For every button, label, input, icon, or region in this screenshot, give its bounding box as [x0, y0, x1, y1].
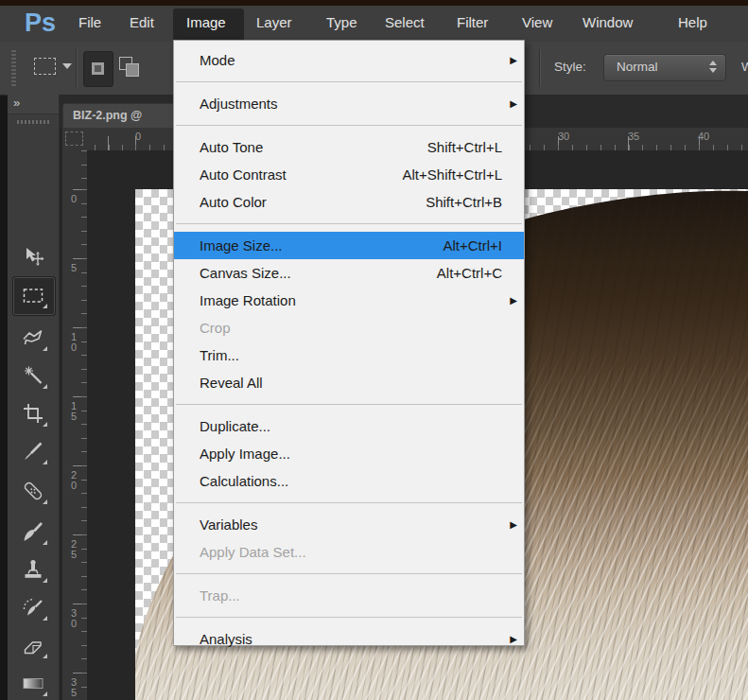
menu-file[interactable]: File — [78, 14, 101, 30]
menu-help[interactable]: Help — [678, 14, 707, 30]
menu-view[interactable]: View — [522, 14, 552, 30]
menu-item-duplicate[interactable]: Duplicate... — [174, 412, 524, 440]
menu-item-apply-data-set: Apply Data Set... — [174, 538, 524, 566]
menu-item-apply-image[interactable]: Apply Image... — [174, 440, 524, 467]
menu-layer[interactable]: Layer — [256, 14, 292, 30]
gradient-icon — [24, 679, 43, 689]
v-ruler-label: 25 — [69, 539, 78, 560]
menu-item-auto-color[interactable]: Auto ColorShift+Ctrl+B — [174, 188, 524, 216]
menu-filter[interactable]: Filter — [457, 14, 488, 30]
menu-type[interactable]: Type — [326, 14, 357, 30]
lasso-icon — [24, 331, 42, 344]
submenu-arrow-icon: ▶ — [510, 98, 517, 109]
style-dropdown-value: Normal — [617, 60, 658, 74]
v-ruler-label: 15 — [69, 401, 78, 422]
menu-item-auto-contrast[interactable]: Auto ContrastAlt+Shift+Ctrl+L — [174, 161, 524, 188]
menu-item-image-size[interactable]: Image Size...Alt+Ctrl+I — [174, 232, 524, 259]
bandage-icon — [24, 481, 43, 500]
brush-icon — [34, 523, 42, 532]
menu-item-mode[interactable]: Mode▶ — [174, 46, 524, 74]
h-ruler-label: 40 — [698, 131, 709, 142]
crop-icon — [24, 404, 43, 423]
history-brush-tool[interactable] — [21, 595, 45, 620]
options-grip-handle[interactable] — [11, 50, 16, 86]
ruler-origin-icon — [65, 131, 83, 146]
v-ruler-label: 35 — [69, 677, 78, 698]
lasso-tool[interactable] — [21, 325, 45, 350]
style-dropdown-spinner-icon[interactable] — [709, 61, 717, 73]
menu-item-reveal-all[interactable]: Reveal All — [174, 369, 524, 396]
shortcut: Shift+Ctrl+B — [426, 194, 502, 210]
brush-tool[interactable] — [21, 519, 45, 544]
menu-select[interactable]: Select — [385, 14, 425, 30]
style-dropdown[interactable]: Normal — [603, 54, 726, 81]
menu-item-analysis[interactable]: Analysis▶ — [174, 625, 524, 653]
menubar: Ps File Edit Image Layer Type Select Fil… — [0, 6, 748, 43]
menu-item-auto-tone[interactable]: Auto ToneShift+Ctrl+L — [174, 133, 524, 161]
eraser-tool[interactable] — [21, 633, 45, 657]
menu-edit[interactable]: Edit — [130, 14, 154, 30]
crop-tool[interactable] — [21, 401, 45, 426]
shortcut: Alt+Ctrl+I — [443, 237, 502, 254]
vertical-ruler: 0 5 10 15 20 25 30 35 — [62, 150, 88, 700]
menu-separator — [176, 404, 522, 405]
h-ruler-label: 30 — [558, 131, 569, 142]
menu-separator — [176, 502, 522, 503]
menu-item-trap: Trap... — [174, 582, 524, 609]
menu-item-image-rotation[interactable]: Image Rotation▶ — [174, 287, 524, 314]
v-ruler-label: 20 — [69, 470, 78, 491]
menu-separator — [176, 223, 522, 224]
menu-item-calculations[interactable]: Calculations... — [174, 467, 524, 495]
submenu-arrow-icon: ▶ — [510, 295, 517, 306]
h-ruler-label: 0 — [135, 131, 141, 142]
healing-brush-tool[interactable] — [21, 479, 45, 503]
submenu-arrow-icon: ▶ — [510, 634, 517, 644]
menu-item-canvas-size[interactable]: Canvas Size...Alt+Ctrl+C — [174, 259, 524, 287]
submenu-arrow-icon: ▶ — [510, 519, 517, 530]
image-menu-popup: Mode▶ Adjustments▶ Auto ToneShift+Ctrl+L… — [173, 40, 525, 646]
submenu-arrow-icon: ▶ — [510, 55, 517, 65]
menu-separator — [176, 617, 522, 618]
options-separator — [539, 49, 541, 87]
menu-item-trim[interactable]: Trim... — [174, 341, 524, 369]
ruler-origin-corner[interactable] — [62, 128, 88, 151]
tool-preset-dropdown-arrow[interactable] — [62, 63, 72, 69]
photoshop-window: Ps File Edit Image Layer Type Select Fil… — [0, 0, 748, 700]
shortcut: Shift+Ctrl+L — [427, 139, 502, 155]
move-icon — [26, 248, 36, 262]
menu-item-crop: Crop — [174, 314, 524, 341]
shortcut: Alt+Shift+Ctrl+L — [403, 166, 502, 183]
tools-panel-grip[interactable] — [17, 120, 49, 124]
h-ruler-label: 35 — [628, 131, 639, 142]
marquee-icon — [25, 289, 43, 302]
menu-image[interactable]: Image — [186, 14, 226, 30]
clone-stamp-tool[interactable] — [21, 557, 45, 582]
menu-separator — [176, 573, 522, 574]
tools-panel-header[interactable]: » — [8, 95, 59, 114]
tools-panel: » — [8, 95, 60, 700]
options-separator — [76, 49, 78, 87]
photoshop-logo: Ps — [25, 9, 56, 38]
v-ruler-label: 5 — [69, 263, 78, 273]
v-ruler-label: 0 — [69, 194, 78, 204]
shortcut: Alt+Ctrl+C — [437, 265, 502, 281]
eyedropper-tool[interactable] — [21, 439, 45, 464]
collapse-panel-icon[interactable]: » — [13, 96, 19, 110]
style-label: Style: — [554, 60, 586, 74]
menu-item-adjustments[interactable]: Adjustments▶ — [174, 90, 524, 117]
gradient-tool[interactable] — [21, 671, 45, 695]
menu-item-variables[interactable]: Variables▶ — [174, 511, 524, 538]
window-left-edge — [0, 6, 8, 700]
v-ruler-label: 30 — [69, 608, 78, 629]
add-to-selection-button[interactable] — [119, 57, 142, 79]
v-ruler-label: 10 — [69, 332, 78, 353]
menu-separator — [176, 81, 522, 82]
tool-preset-marquee-icon[interactable] — [34, 58, 56, 75]
menu-separator — [176, 125, 522, 126]
magic-wand-tool[interactable] — [21, 363, 45, 388]
move-tool[interactable] — [21, 245, 45, 270]
menu-window[interactable]: Window — [583, 14, 633, 30]
rectangular-marquee-tool[interactable] — [21, 283, 45, 307]
width-label-partial: W — [741, 60, 748, 74]
new-selection-button[interactable] — [83, 51, 113, 87]
